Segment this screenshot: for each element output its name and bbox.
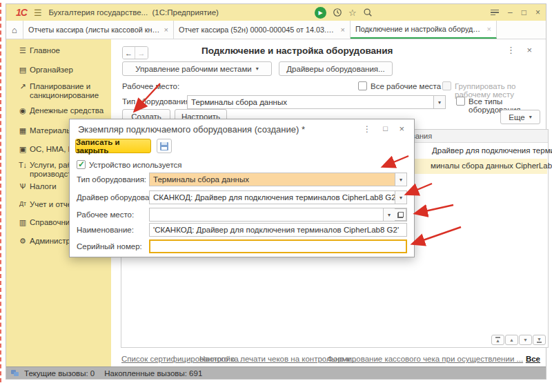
close-button[interactable]: × [535,8,540,17]
coin-icon: ◉ [17,106,28,115]
gear-icon: ⚙ [17,237,28,246]
main-menu-icon[interactable]: ☰ [34,8,42,18]
all-workplaces-label[interactable]: Все рабочие места [371,82,441,90]
current-calls: Текущие вызовы: 0 [24,369,95,378]
type-filter-label: Тип оборудования: [122,97,192,106]
services-icon: Т↓ [17,161,28,169]
chevron-down-icon[interactable]: ▾ [433,96,445,108]
scroll-up-button[interactable]: ▲ [505,335,518,345]
chevron-down-icon[interactable]: ▾ [395,173,406,186]
crop-mark-border [0,3,1,382]
receipt-generation-link[interactable]: Формирование кассового чека при осуществ… [327,355,523,363]
chevron-down-icon[interactable]: ▾ [395,191,406,204]
tab-cashier-reports[interactable]: Отчеты кассира (листы кассовой книги) × [23,21,174,39]
tab-close-icon[interactable]: × [341,26,345,34]
titlebar-quick-icons: ▶ ☆ [315,4,373,21]
grid-icon: ▦ [17,126,28,135]
save-and-close-button[interactable]: Записать и закрыть [75,139,151,153]
screenshot-stage: 1С ☰ Бухгалтерия государстве... (1С:Пред… [0,0,552,392]
type-field-combobox[interactable]: Терминалы сбора данных ▾ [149,173,407,186]
save-button[interactable] [157,139,172,153]
scroll-last-button[interactable]: ▼ [533,335,546,345]
equipment-type-combobox[interactable]: Терминалы сбора данных ▾ [187,95,446,109]
service-menu-icon[interactable] [491,8,499,17]
dialog-maximize-icon[interactable]: □ [383,124,388,133]
tab-equipment-setup[interactable]: Подключение и настройка оборудования × [351,21,497,39]
name-input[interactable] [149,223,407,237]
all-links-link[interactable]: Все [526,355,540,363]
debit-credit-icon: Дт [17,200,28,207]
scroll-down-button[interactable]: ▼ [519,335,532,345]
floppy-icon [160,142,168,150]
equipment-instance-dialog: Экземпляр подключаемого оборудования (со… [69,119,415,257]
chevron-down-icon[interactable]: ▾ [383,208,395,221]
manage-workplaces-button[interactable]: Управление рабочими местами ▾ [122,61,272,76]
history-icon[interactable] [333,8,342,17]
window-controls: – □ × [491,4,540,21]
title-bar: 1С ☰ Бухгалтерия государстве... (1С:Пред… [6,4,546,21]
status-bar: Текущие вызовы: 0 Накопленные вызовы: 69… [6,366,546,379]
name-field-wrap [149,223,407,237]
history-nav: ← → [122,46,148,59]
workplace-field-combobox[interactable]: ▾ [149,208,407,222]
menu-icon: ☰ [17,46,28,55]
all-types-checkbox[interactable] [456,97,465,106]
app-title: Бухгалтерия государстве... (1С:Предприят… [49,8,219,17]
driver-field-combobox[interactable]: СКАНКОД: Драйвер для подключения термина… [149,190,407,204]
serial-field-label: Серийный номер: [77,242,142,251]
back-button[interactable]: ← [123,47,135,59]
planning-chart-icon: ↗ [17,82,28,91]
group-by-workplace-label: Группировать по рабочему месту [455,82,546,99]
dialog-title: Экземпляр подключаемого оборудования (со… [78,124,305,135]
chevron-down-icon: ▾ [256,66,259,72]
server-calls-icon [11,370,19,376]
workplace-filter-label: Рабочее место: [122,82,179,90]
table-scroll-buttons: ▲ ▲ ▼ ▼ [491,335,546,345]
equipment-drivers-button[interactable]: Драйверы оборудования... [279,61,393,76]
workplace-field-label: Рабочее место: [77,210,134,219]
book-icon: ▥ [17,218,28,227]
eagle-icon: Ѱ [17,182,28,190]
dialog-close-icon[interactable]: × [399,124,404,134]
group-by-workplace-checkbox [442,81,451,90]
search-icon[interactable] [363,8,373,17]
forward-button[interactable]: → [135,47,148,59]
tab-bar: ⌂ Отчеты кассира (листы кассовой книги) … [6,21,546,39]
scroll-first-button[interactable]: ▲ [491,335,504,345]
tab-close-icon[interactable]: × [164,26,168,34]
serial-field-wrap [149,239,407,253]
bottom-links: Список сертифицированного о... Настройка… [111,355,546,366]
type-field-label: Тип оборудования: [77,175,146,184]
chevron-down-icon: ▾ [529,114,532,120]
accumulated-calls: Накопленные вызовы: 691 [104,369,202,378]
device-used-label[interactable]: Устройство используется [89,161,182,169]
discussions-icon[interactable]: ▶ [315,7,326,19]
home-icon: ⌂ [12,25,17,35]
home-tab[interactable]: ⌂ [6,21,23,39]
favorites-icon[interactable]: ☆ [348,8,357,17]
dialog-more-icon[interactable]: ⋮ [363,124,371,134]
all-workplaces-checkbox[interactable] [358,81,367,90]
table-row[interactable]: Драйвер для подключения термина... [432,146,552,155]
truck-icon: ▣ [17,145,28,154]
tab-close-icon[interactable]: × [487,25,491,33]
tab-cashier-report-52n[interactable]: Отчет кассира (52н) 0000-000045 от 14.03… [174,21,351,39]
device-used-checkbox[interactable] [77,160,86,169]
panel-close-icon[interactable]: × [526,45,532,55]
maximize-button[interactable]: □ [522,8,526,17]
serial-number-input[interactable] [149,239,407,253]
open-picker-icon[interactable] [395,208,406,221]
1c-logo: 1С [16,7,27,18]
minimize-button[interactable]: – [508,8,513,17]
more-button[interactable]: Еще ▾ [500,110,540,124]
page-title: Подключение и настройка оборудования [201,46,393,56]
more-actions-icon[interactable]: ⋮ [506,45,515,55]
clipboard-icon: ▤ [17,66,28,75]
name-field-label: Наименование: [77,226,134,234]
